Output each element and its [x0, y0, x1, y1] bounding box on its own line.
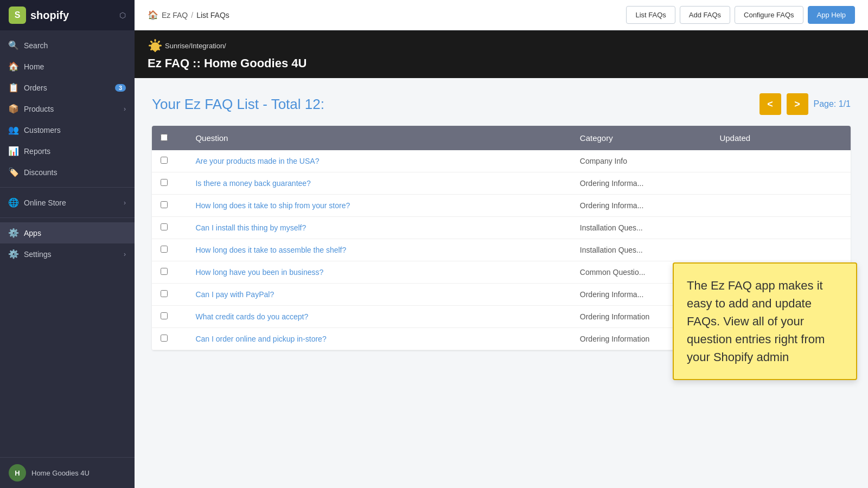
- row-question-cell: Can I install this thing by myself?: [187, 217, 571, 239]
- row-checkbox-cell: [152, 217, 187, 239]
- row-updated-cell: [711, 217, 851, 239]
- prev-page-button[interactable]: <: [760, 93, 781, 115]
- info-box-text: The Ez FAQ app makes it easy to add and …: [687, 279, 825, 364]
- row-category-cell: Installation Ques...: [571, 217, 711, 239]
- table-header-row: Question Category Updated: [152, 126, 851, 150]
- question-link[interactable]: Is there a money back guarantee?: [195, 179, 310, 188]
- svg-rect-1: [155, 39, 156, 42]
- row-question-cell: Are your products made in the USA?: [187, 150, 571, 172]
- row-checkbox-cell: [152, 172, 187, 195]
- breadcrumb-root: Ez FAQ: [162, 11, 188, 20]
- row-updated-cell: [711, 172, 851, 195]
- online-store-icon: 🌐: [9, 197, 18, 208]
- sidebar-item-label: Orders: [24, 84, 110, 92]
- table-row: Are your products made in the USA? Compa…: [152, 150, 851, 172]
- select-all-checkbox[interactable]: [161, 134, 168, 141]
- app-help-button[interactable]: App Help: [808, 6, 855, 24]
- svg-rect-7: [149, 45, 151, 47]
- table-row: Is there a money back guarantee? Orderin…: [152, 172, 851, 195]
- row-checkbox-cell: [152, 195, 187, 217]
- row-checkbox[interactable]: [161, 290, 168, 297]
- breadcrumb-current: List FAQs: [196, 11, 229, 20]
- question-link[interactable]: Can I pay with PayPal?: [195, 290, 274, 299]
- orders-icon: 📋: [9, 82, 18, 93]
- sidebar-item-home[interactable]: 🏠 Home: [0, 56, 135, 77]
- svg-rect-3: [159, 45, 162, 47]
- sidebar-header: S shopify ⬡: [0, 0, 135, 30]
- sidebar-item-discounts[interactable]: 🏷️ Discounts: [0, 162, 135, 183]
- row-question-cell: How long does it take to ship from your …: [187, 195, 571, 217]
- chevron-right-icon: ›: [124, 251, 126, 258]
- row-updated-cell: [711, 150, 851, 172]
- external-link-icon[interactable]: ⬡: [119, 11, 126, 20]
- row-checkbox[interactable]: [161, 157, 168, 164]
- row-checkbox[interactable]: [161, 268, 168, 275]
- sidebar-item-label: Home: [24, 62, 126, 71]
- store-avatar: H: [9, 464, 26, 481]
- sidebar-item-settings[interactable]: ⚙️ Settings ›: [0, 243, 135, 265]
- row-updated-cell: [711, 195, 851, 217]
- row-checkbox[interactable]: [161, 179, 168, 186]
- breadcrumb: 🏠 Ez FAQ / List FAQs: [148, 10, 617, 20]
- list-faqs-button[interactable]: List FAQs: [626, 6, 675, 24]
- row-question-cell: How long have you been in business?: [187, 261, 571, 284]
- shopify-brand-name: shopify: [30, 9, 69, 22]
- row-category-cell: Ordering Informa...: [571, 172, 711, 195]
- sidebar-item-reports[interactable]: 📊 Reports: [0, 140, 135, 162]
- row-question-cell: Is there a money back guarantee?: [187, 172, 571, 195]
- sidebar-item-label: Customers: [24, 126, 126, 134]
- breadcrumb-home-icon: 🏠: [148, 10, 158, 20]
- home-icon: 🏠: [9, 61, 18, 72]
- sidebar: S shopify ⬡ 🔍 Search 🏠 Home 📋 Orders 3 📦…: [0, 0, 135, 488]
- row-checkbox-cell: [152, 239, 187, 261]
- sidebar-item-customers[interactable]: 👥 Customers: [0, 119, 135, 140]
- question-link[interactable]: Can I order online and pickup in-store?: [195, 335, 326, 343]
- apps-icon: ⚙️: [9, 228, 18, 238]
- table-row: How long does it take to assemble the sh…: [152, 239, 851, 261]
- sidebar-item-online-store[interactable]: 🌐 Online Store ›: [0, 192, 135, 213]
- info-box: The Ez FAQ app makes it easy to add and …: [673, 262, 857, 380]
- shopify-logo[interactable]: S shopify: [9, 7, 69, 24]
- question-link[interactable]: Are your products made in the USA?: [195, 157, 319, 165]
- next-page-button[interactable]: >: [787, 93, 808, 115]
- row-checkbox[interactable]: [161, 246, 168, 253]
- add-faqs-button[interactable]: Add FAQs: [680, 6, 730, 24]
- table-header-updated: Updated: [711, 126, 851, 150]
- breadcrumb-separator: /: [191, 11, 193, 20]
- row-checkbox[interactable]: [161, 312, 168, 319]
- question-link[interactable]: What credit cards do you accept?: [195, 312, 308, 321]
- question-link[interactable]: How long have you been in business?: [195, 268, 323, 277]
- faq-list-header: Your Ez FAQ List - Total 12: < > Page: 1…: [152, 93, 851, 115]
- row-question-cell: Can I order online and pickup in-store?: [187, 328, 571, 350]
- table-row: Can I install this thing by myself? Inst…: [152, 217, 851, 239]
- row-checkbox[interactable]: [161, 335, 168, 342]
- row-checkbox[interactable]: [161, 223, 168, 230]
- search-icon: 🔍: [9, 40, 18, 50]
- sidebar-item-label: Products: [24, 105, 118, 113]
- page-info: Page: 1/1: [814, 99, 851, 109]
- sidebar-item-orders[interactable]: 📋 Orders 3: [0, 77, 135, 98]
- sidebar-item-label: Discounts: [24, 168, 126, 177]
- row-category-cell: Installation Ques...: [571, 239, 711, 261]
- app-title: Ez FAQ :: Home Goodies 4U: [148, 56, 855, 70]
- row-question-cell: How long does it take to assemble the sh…: [187, 239, 571, 261]
- sunrise-logo-icon: [148, 38, 163, 53]
- shopify-logo-icon: S: [9, 7, 26, 24]
- row-checkbox-cell: [152, 150, 187, 172]
- discounts-icon: 🏷️: [9, 167, 18, 177]
- row-question-cell: Can I pay with PayPal?: [187, 284, 571, 306]
- row-category-cell: Company Info: [571, 150, 711, 172]
- sidebar-item-apps[interactable]: ⚙️ Apps: [0, 222, 135, 243]
- configure-faqs-button[interactable]: Configure FAQs: [735, 6, 803, 24]
- sidebar-item-search[interactable]: 🔍 Search: [0, 35, 135, 56]
- main-content: 🏠 Ez FAQ / List FAQs List FAQs Add FAQs …: [135, 0, 868, 488]
- question-link[interactable]: How long does it take to assemble the sh…: [195, 246, 346, 254]
- question-link[interactable]: Can I install this thing by myself?: [195, 223, 306, 232]
- products-icon: 📦: [9, 104, 18, 114]
- sidebar-footer[interactable]: H Home Goodies 4U: [0, 457, 135, 488]
- svg-rect-2: [157, 40, 161, 43]
- sidebar-item-products[interactable]: 📦 Products ›: [0, 98, 135, 119]
- question-link[interactable]: How long does it take to ship from your …: [195, 201, 350, 210]
- row-checkbox[interactable]: [161, 201, 168, 208]
- top-nav-actions: List FAQs Add FAQs Configure FAQs App He…: [626, 6, 855, 24]
